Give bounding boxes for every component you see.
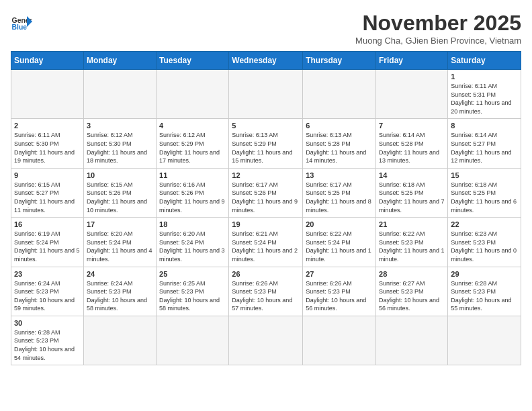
day-info: Sunrise: 6:25 AM Sunset: 5:23 PM Dayligh… [159,279,226,313]
calendar-day-cell: 27Sunrise: 6:26 AM Sunset: 5:23 PM Dayli… [303,267,376,316]
calendar-day-cell: 21Sunrise: 6:22 AM Sunset: 5:23 PM Dayli… [376,218,448,267]
day-info: Sunrise: 6:26 AM Sunset: 5:23 PM Dayligh… [306,279,373,313]
weekday-header-thursday: Thursday [303,52,376,70]
day-number: 26 [232,270,300,278]
calendar-day-cell: 16Sunrise: 6:19 AM Sunset: 5:24 PM Dayli… [11,218,84,267]
day-info: Sunrise: 6:20 AM Sunset: 5:24 PM Dayligh… [159,230,226,263]
day-info: Sunrise: 6:20 AM Sunset: 5:24 PM Dayligh… [87,230,153,263]
calendar-day-cell: 13Sunrise: 6:17 AM Sunset: 5:25 PM Dayli… [303,168,376,217]
day-info: Sunrise: 6:13 AM Sunset: 5:29 PM Dayligh… [232,131,300,165]
weekday-header-monday: Monday [83,52,156,70]
day-number: 1 [451,73,518,81]
day-number: 23 [14,270,81,278]
weekday-header-row: SundayMondayTuesdayWednesdayThursdayFrid… [11,52,521,70]
month-title: November 2025 [355,11,521,36]
calendar-day-cell: 3Sunrise: 6:12 AM Sunset: 5:30 PM Daylig… [83,119,156,168]
day-number: 25 [159,270,226,278]
calendar-day-cell [11,70,84,119]
day-number: 18 [159,220,226,228]
weekday-header-sunday: Sunday [11,52,84,70]
day-info: Sunrise: 6:23 AM Sunset: 5:23 PM Dayligh… [451,230,518,263]
day-info: Sunrise: 6:21 AM Sunset: 5:24 PM Dayligh… [232,230,300,263]
calendar-day-cell: 18Sunrise: 6:20 AM Sunset: 5:24 PM Dayli… [157,218,229,267]
day-info: Sunrise: 6:12 AM Sunset: 5:30 PM Dayligh… [87,131,153,165]
logo-icon: General Blue [11,11,32,32]
calendar-day-cell [83,70,156,119]
weekday-header-tuesday: Tuesday [157,52,229,70]
day-number: 5 [232,122,300,130]
weekday-header-wednesday: Wednesday [229,52,303,70]
day-number: 13 [306,171,373,179]
calendar-day-cell: 6Sunrise: 6:13 AM Sunset: 5:28 PM Daylig… [303,119,376,168]
day-info: Sunrise: 6:18 AM Sunset: 5:25 PM Dayligh… [451,181,518,214]
day-number: 16 [14,220,81,228]
day-info: Sunrise: 6:15 AM Sunset: 5:26 PM Dayligh… [87,181,153,214]
day-number: 17 [87,220,153,228]
day-info: Sunrise: 6:28 AM Sunset: 5:23 PM Dayligh… [14,328,81,362]
day-info: Sunrise: 6:19 AM Sunset: 5:24 PM Dayligh… [14,230,81,263]
calendar-week-row: 9Sunrise: 6:15 AM Sunset: 5:27 PM Daylig… [11,168,521,217]
weekday-header-saturday: Saturday [448,52,521,70]
day-number: 8 [451,122,518,130]
calendar-day-cell [376,316,448,365]
calendar-day-cell [303,316,376,365]
calendar-day-cell: 4Sunrise: 6:12 AM Sunset: 5:29 PM Daylig… [157,119,229,168]
day-info: Sunrise: 6:18 AM Sunset: 5:25 PM Dayligh… [379,181,445,214]
day-number: 6 [306,122,373,130]
calendar-day-cell: 26Sunrise: 6:26 AM Sunset: 5:23 PM Dayli… [229,267,303,316]
calendar-week-row: 1Sunrise: 6:11 AM Sunset: 5:31 PM Daylig… [11,70,521,119]
calendar-week-row: 16Sunrise: 6:19 AM Sunset: 5:24 PM Dayli… [11,218,521,267]
day-info: Sunrise: 6:11 AM Sunset: 5:31 PM Dayligh… [451,82,518,116]
day-number: 9 [14,171,81,179]
calendar-day-cell [303,70,376,119]
day-info: Sunrise: 6:24 AM Sunset: 5:23 PM Dayligh… [87,279,153,313]
calendar-week-row: 2Sunrise: 6:11 AM Sunset: 5:30 PM Daylig… [11,119,521,168]
calendar-day-cell: 7Sunrise: 6:14 AM Sunset: 5:28 PM Daylig… [376,119,448,168]
calendar-day-cell: 9Sunrise: 6:15 AM Sunset: 5:27 PM Daylig… [11,168,84,217]
day-info: Sunrise: 6:22 AM Sunset: 5:23 PM Dayligh… [379,230,445,263]
calendar-day-cell [229,70,303,119]
calendar-day-cell [229,316,303,365]
day-info: Sunrise: 6:16 AM Sunset: 5:26 PM Dayligh… [159,181,226,214]
svg-text:Blue: Blue [12,24,28,31]
calendar-day-cell: 10Sunrise: 6:15 AM Sunset: 5:26 PM Dayli… [83,168,156,217]
calendar-day-cell: 8Sunrise: 6:14 AM Sunset: 5:27 PM Daylig… [448,119,521,168]
day-info: Sunrise: 6:17 AM Sunset: 5:25 PM Dayligh… [306,181,373,214]
calendar-day-cell: 11Sunrise: 6:16 AM Sunset: 5:26 PM Dayli… [157,168,229,217]
calendar-day-cell: 30Sunrise: 6:28 AM Sunset: 5:23 PM Dayli… [11,316,84,365]
day-info: Sunrise: 6:28 AM Sunset: 5:23 PM Dayligh… [451,279,518,313]
logo: General Blue [11,11,32,32]
calendar-day-cell: 17Sunrise: 6:20 AM Sunset: 5:24 PM Dayli… [83,218,156,267]
location-subtitle: Muong Cha, GJien Bien Province, Vietnam [355,36,521,46]
calendar-week-row: 30Sunrise: 6:28 AM Sunset: 5:23 PM Dayli… [11,316,521,365]
day-info: Sunrise: 6:14 AM Sunset: 5:28 PM Dayligh… [379,131,445,165]
day-number: 30 [14,319,81,327]
day-info: Sunrise: 6:17 AM Sunset: 5:26 PM Dayligh… [232,181,300,214]
calendar-day-cell: 25Sunrise: 6:25 AM Sunset: 5:23 PM Dayli… [157,267,229,316]
day-info: Sunrise: 6:27 AM Sunset: 5:23 PM Dayligh… [379,279,445,313]
day-info: Sunrise: 6:24 AM Sunset: 5:23 PM Dayligh… [14,279,81,313]
day-number: 11 [159,171,226,179]
calendar-day-cell [157,316,229,365]
day-info: Sunrise: 6:22 AM Sunset: 5:24 PM Dayligh… [306,230,373,263]
title-section: November 2025 Muong Cha, GJien Bien Prov… [355,11,521,46]
calendar-day-cell: 19Sunrise: 6:21 AM Sunset: 5:24 PM Dayli… [229,218,303,267]
day-number: 22 [451,220,518,228]
day-info: Sunrise: 6:12 AM Sunset: 5:29 PM Dayligh… [159,131,226,165]
calendar-day-cell: 14Sunrise: 6:18 AM Sunset: 5:25 PM Dayli… [376,168,448,217]
day-number: 12 [232,171,300,179]
day-info: Sunrise: 6:26 AM Sunset: 5:23 PM Dayligh… [232,279,300,313]
calendar-day-cell: 23Sunrise: 6:24 AM Sunset: 5:23 PM Dayli… [11,267,84,316]
calendar-day-cell: 29Sunrise: 6:28 AM Sunset: 5:23 PM Dayli… [448,267,521,316]
calendar-day-cell: 15Sunrise: 6:18 AM Sunset: 5:25 PM Dayli… [448,168,521,217]
day-number: 28 [379,270,445,278]
day-number: 15 [451,171,518,179]
calendar-day-cell [448,316,521,365]
day-number: 7 [379,122,445,130]
day-info: Sunrise: 6:13 AM Sunset: 5:28 PM Dayligh… [306,131,373,165]
calendar-day-cell: 1Sunrise: 6:11 AM Sunset: 5:31 PM Daylig… [448,70,521,119]
calendar-day-cell: 20Sunrise: 6:22 AM Sunset: 5:24 PM Dayli… [303,218,376,267]
calendar-day-cell: 12Sunrise: 6:17 AM Sunset: 5:26 PM Dayli… [229,168,303,217]
calendar-day-cell: 24Sunrise: 6:24 AM Sunset: 5:23 PM Dayli… [83,267,156,316]
day-number: 20 [306,220,373,228]
